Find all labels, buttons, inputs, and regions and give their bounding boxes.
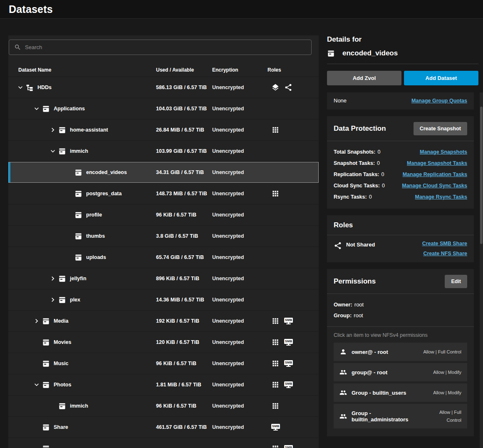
table-row[interactable]: home-assistant 26.84 MiB / 6.57 TiB Unen… xyxy=(8,119,319,141)
manage-link[interactable]: Manage Cloud Sync Tasks xyxy=(402,180,467,192)
permissions-card: Permissions Edit Owner:root Group:root C… xyxy=(327,269,474,436)
share-icon xyxy=(334,241,342,250)
encryption-value: Unencrypted xyxy=(212,297,268,303)
create-share-link[interactable]: Create SMB Share xyxy=(422,241,467,246)
manage-link[interactable]: Manage Snapshot Tasks xyxy=(407,158,467,169)
table-row[interactable]: jellyfin 896 KiB / 6.57 TiB Unencrypted xyxy=(8,268,319,289)
manage-group-quotas-link[interactable]: Manage Group Quotas xyxy=(411,98,467,104)
dataset-name: profile xyxy=(86,212,102,218)
smb-share-icon: SMB xyxy=(271,424,280,431)
search-box[interactable] xyxy=(9,40,312,55)
edit-permissions-button[interactable]: Edit xyxy=(445,275,467,288)
manage-link[interactable]: Manage Replication Tasks xyxy=(403,169,467,180)
permission-who: Group - builtin_administrators xyxy=(352,410,422,423)
add-zvol-button[interactable]: Add Zvol xyxy=(327,71,401,85)
create-share-link[interactable]: Create NFS Share xyxy=(423,251,467,256)
manage-link[interactable]: Manage Rsync Tasks xyxy=(415,192,467,203)
table-row[interactable]: Applications 104.03 GiB / 6.57 TiB Unenc… xyxy=(8,98,319,119)
table-row[interactable]: immich 96 KiB / 6.57 TiB Unencrypted xyxy=(8,396,319,417)
permission-item[interactable]: Group - builtin_users Allow | Modify xyxy=(334,383,467,402)
dataset-name: Movies xyxy=(54,339,71,345)
dataset-name-cell: plex xyxy=(8,295,156,304)
roles-cell: SMB xyxy=(268,444,319,448)
create-snapshot-button[interactable]: Create Snapshot xyxy=(414,122,467,135)
encryption-value: Unencrypted xyxy=(212,403,268,409)
dataset-icon xyxy=(74,211,82,219)
used-available-value: 1.81 MiB / 6.57 TiB xyxy=(156,382,212,388)
table-row[interactable]: profile 96 KiB / 6.57 TiB Unencrypted xyxy=(8,204,319,226)
apps-grid-icon xyxy=(271,317,280,325)
task-count: 0 xyxy=(382,183,385,189)
dataset-name: uploads xyxy=(86,254,106,260)
dataset-name-cell: Music xyxy=(8,359,156,368)
dataset-name: jellyfin xyxy=(70,276,87,281)
table-row[interactable]: Music 96 KiB / 6.57 TiB Unencrypted SMB xyxy=(8,353,319,374)
dataset-icon xyxy=(58,126,66,134)
details-scrollbar[interactable] xyxy=(480,92,483,448)
chevron-icon xyxy=(64,189,74,198)
chevron-right-icon[interactable] xyxy=(47,125,58,134)
smb-share-icon: SMB xyxy=(284,381,293,388)
used-available-value: 14.36 MiB / 6.57 TiB xyxy=(156,297,212,303)
used-available-value: 586.13 GiB / 6.57 TiB xyxy=(156,85,212,90)
search-input[interactable] xyxy=(25,44,306,50)
encryption-value: Unencrypted xyxy=(212,169,268,175)
chevron-down-icon[interactable] xyxy=(15,83,26,92)
add-dataset-button[interactable]: Add Dataset xyxy=(404,71,478,85)
search-icon xyxy=(14,44,21,51)
chevron-icon xyxy=(47,401,58,411)
table-body: HDDs 586.13 GiB / 6.57 TiB Unencrypted A… xyxy=(8,77,319,448)
table-row[interactable]: thumbs 3.8 GiB / 6.57 TiB Unencrypted xyxy=(8,226,319,247)
top-bar: Datasets xyxy=(0,0,483,19)
used-available-value: 104.03 GiB / 6.57 TiB xyxy=(156,106,212,112)
table-row[interactable]: Photos 1.81 MiB / 6.57 TiB Unencrypted S… xyxy=(8,374,319,396)
permission-item[interactable]: group@ - root Allow | Modify xyxy=(334,363,467,381)
chevron-icon xyxy=(64,210,74,219)
manage-link[interactable]: Manage Snapshots xyxy=(420,147,467,158)
permission-access: Allow | Modify xyxy=(433,389,461,397)
divider xyxy=(327,141,474,141)
chevron-down-icon[interactable] xyxy=(47,147,58,156)
dataset-name-cell: uploads xyxy=(8,253,156,262)
used-available-value: 192 KiB / 6.57 TiB xyxy=(156,318,212,324)
dataset-name-cell xyxy=(8,444,156,448)
dataset-name: encoded_videos xyxy=(86,169,127,175)
table-row[interactable]: immich 103.99 GiB / 6.57 TiB Unencrypted xyxy=(8,141,319,162)
chevron-right-icon[interactable] xyxy=(31,316,42,326)
table-row[interactable]: plex 14.36 MiB / 6.57 TiB Unencrypted xyxy=(8,289,319,311)
divider xyxy=(327,326,474,327)
table-row[interactable]: Movies 120 KiB / 6.57 TiB Unencrypted SM… xyxy=(8,332,319,353)
scrollbar-thumb[interactable] xyxy=(480,107,483,244)
permission-item[interactable]: Group - builtin_administrators Allow | F… xyxy=(334,404,467,428)
dataset-name: Music xyxy=(54,361,68,366)
table-row[interactable]: SMB xyxy=(8,438,319,448)
encryption-value: Unencrypted xyxy=(212,424,268,430)
used-available-value: 461.57 GiB / 6.57 TiB xyxy=(156,424,212,430)
table-row[interactable]: postgres_data 148.73 MiB / 6.57 TiB Unen… xyxy=(8,183,319,204)
task-label: Replication Tasks: xyxy=(334,172,379,177)
dataset-name: thumbs xyxy=(86,233,105,239)
table-row[interactable]: encoded_videos 34.31 GiB / 6.57 TiB Unen… xyxy=(8,162,319,183)
apps-grid-icon xyxy=(271,359,280,368)
smb-share-icon: SMB xyxy=(284,318,293,325)
table-row[interactable]: HDDs 586.13 GiB / 6.57 TiB Unencrypted xyxy=(8,77,319,98)
table-row[interactable]: uploads 65.74 GiB / 6.57 TiB Unencrypted xyxy=(8,247,319,268)
permission-item[interactable]: owner@ - root Allow | Full Control xyxy=(334,343,467,361)
chevron-down-icon[interactable] xyxy=(31,380,42,389)
data-protection-title: Data Protection xyxy=(334,124,386,133)
chevron-right-icon[interactable] xyxy=(47,295,58,304)
chevron-right-icon[interactable] xyxy=(47,274,58,283)
roles-cell: SMB xyxy=(268,338,319,346)
dataset-tree-panel: Dataset Name Used / Available Encryption… xyxy=(8,35,319,448)
column-roles: Roles xyxy=(268,67,319,73)
dataset-icon xyxy=(42,317,50,325)
group-value: root xyxy=(354,312,363,319)
used-available-value: 34.31 GiB / 6.57 TiB xyxy=(156,169,212,175)
owner-line: Owner:root xyxy=(334,299,467,310)
chevron-down-icon[interactable] xyxy=(31,104,42,113)
used-available-value: 120 KiB / 6.57 TiB xyxy=(156,339,212,345)
dataset-name: home-assistant xyxy=(70,127,108,133)
used-available-value: 96 KiB / 6.57 TiB xyxy=(156,212,212,218)
table-row[interactable]: Share 461.57 GiB / 6.57 TiB Unencrypted … xyxy=(8,417,319,438)
table-row[interactable]: Media 192 KiB / 6.57 TiB Unencrypted SMB xyxy=(8,311,319,332)
